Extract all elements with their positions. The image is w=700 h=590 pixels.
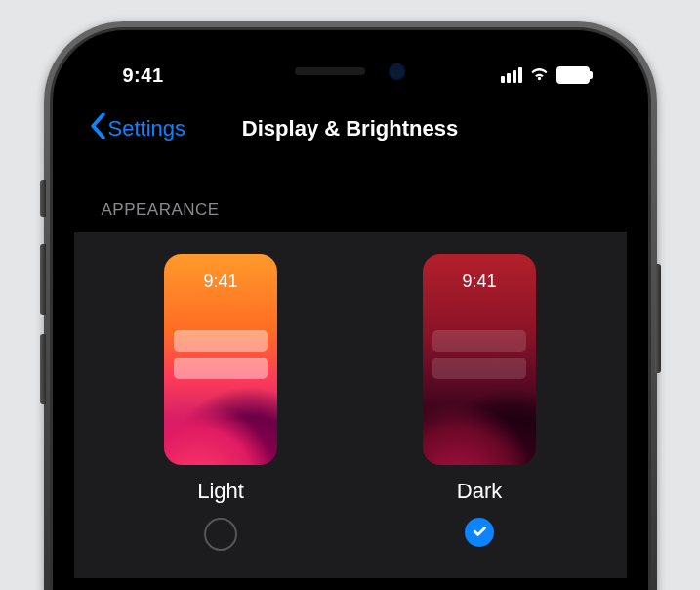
section-header-appearance: Appearance [74,157,627,232]
phone-frame: 9:41 [44,21,657,590]
option-label-light: Light [197,479,244,504]
notch [227,52,474,91]
radio-dark[interactable] [465,518,494,547]
preview-widget [174,358,268,379]
volume-up-button[interactable] [40,244,46,315]
back-button[interactable]: Settings [74,113,186,145]
cellular-signal-icon [501,67,522,83]
power-button[interactable] [655,264,661,373]
battery-icon [556,66,590,84]
mute-switch[interactable] [40,180,46,217]
option-label-dark: Dark [457,479,502,504]
chevron-left-icon [90,113,106,145]
preview-widget [432,330,526,352]
content: Appearance 9:41 Light [74,157,627,590]
preview-widget [432,358,526,379]
status-time: 9:41 [123,64,164,87]
volume-down-button[interactable] [40,334,46,404]
screen: 9:41 [74,52,627,590]
front-camera [389,63,405,80]
radio-light[interactable] [204,518,237,551]
appearance-option-dark[interactable]: 9:41 Dark [423,254,536,551]
preview-time: 9:41 [164,272,277,292]
appearance-option-light[interactable]: 9:41 Light [164,254,277,551]
wifi-icon [529,66,550,85]
preview-widget [174,330,268,352]
preview-time: 9:41 [423,272,536,292]
speaker-grille [295,67,365,75]
back-label: Settings [108,116,186,142]
checkmark-icon [472,523,488,543]
preview-dark: 9:41 [423,254,536,465]
navigation-bar: Settings Display & Brightness [74,101,627,158]
appearance-panel: 9:41 Light 9:41 [74,232,627,578]
preview-light: 9:41 [164,254,277,465]
